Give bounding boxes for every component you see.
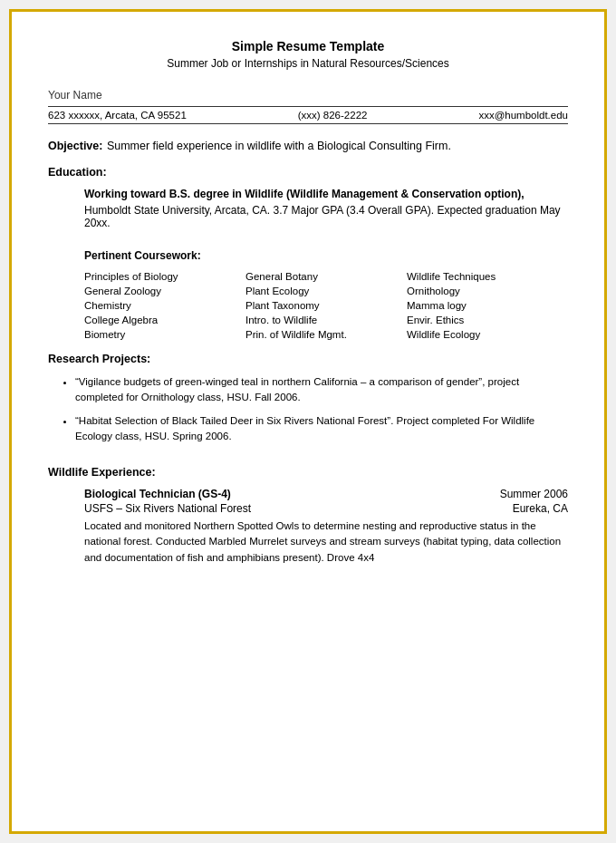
research-project: “Habitat Selection of Black Tailed Deer …	[75, 413, 568, 445]
job-title: Biological Technician (GS-4)	[84, 488, 231, 500]
contact-email: xxx@humboldt.edu	[478, 110, 568, 121]
coursework-item: Plant Taxonomy	[245, 300, 407, 311]
objective-text: Summer field experience in wildlife with…	[107, 140, 451, 152]
degree-detail: Humboldt State University, Arcata, CA. 3…	[84, 204, 568, 229]
job-location: Eureka, CA	[513, 502, 568, 515]
coursework-item: General Botany	[245, 271, 407, 282]
research-heading: Research Projects:	[48, 353, 568, 365]
job-entry: Biological Technician (GS-4) Summer 2006…	[84, 488, 568, 566]
research-project: “Vigilance budgets of green-winged teal …	[75, 374, 568, 406]
resume-subtitle: Summer Job or Internships in Natural Res…	[48, 57, 568, 70]
contact-row: 623 xxxxxx, Arcata, CA 95521 (xxx) 826-2…	[48, 106, 568, 124]
job-description: Located and monitored Northern Spotted O…	[84, 518, 568, 566]
degree-block: Working toward B.S. degree in Wildlife (…	[84, 188, 568, 229]
coursework-item: Envir. Ethics	[407, 315, 568, 325]
coursework-item: Wildlife Techniques	[407, 271, 568, 282]
coursework-item: Plant Ecology	[245, 286, 407, 296]
coursework-heading: Pertinent Coursework:	[84, 249, 568, 262]
job-block: Biological Technician (GS-4) Summer 2006…	[84, 488, 568, 566]
coursework-item: College Algebra	[84, 315, 245, 325]
coursework-item: Ornithology	[407, 286, 568, 296]
job-date: Summer 2006	[500, 488, 568, 500]
coursework-item: Wildlife Ecology	[407, 329, 568, 340]
coursework-item: Intro. to Wildlife	[245, 315, 407, 325]
name-label: Your Name	[48, 89, 102, 102]
research-section: Research Projects: “Vigilance budgets of…	[48, 353, 568, 444]
job-employer: USFS – Six Rivers National Forest	[84, 502, 251, 515]
objective-section: Objective: Summer field experience in wi…	[48, 137, 568, 153]
education-section: Education: Working toward B.S. degree in…	[48, 166, 568, 340]
coursework-item: General Zoology	[84, 286, 245, 296]
coursework-item: Biometry	[84, 329, 245, 340]
resume-page: Simple Resume Template Summer Job or Int…	[9, 9, 607, 834]
contact-phone: (xxx) 826-2222	[298, 110, 368, 121]
coursework-item: Chemistry	[84, 300, 245, 311]
objective-label: Objective:	[48, 140, 102, 152]
coursework-item: Mamma logy	[407, 300, 568, 311]
research-list: “Vigilance budgets of green-winged teal …	[75, 374, 568, 444]
degree-title: Working toward B.S. degree in Wildlife (…	[84, 188, 568, 200]
name-section: Your Name	[48, 86, 568, 102]
resume-title: Simple Resume Template	[48, 39, 568, 53]
header-section: Simple Resume Template Summer Job or Int…	[48, 39, 568, 70]
coursework-item: Prin. of Wildlife Mgmt.	[245, 329, 407, 340]
wildlife-heading: Wildlife Experience:	[48, 466, 568, 479]
wildlife-section: Wildlife Experience: Biological Technici…	[48, 466, 568, 566]
education-heading: Education:	[48, 166, 568, 179]
coursework-item: Principles of Biology	[84, 271, 245, 282]
coursework-grid: Principles of BiologyGeneral BotanyWildl…	[84, 271, 568, 340]
contact-address: 623 xxxxxx, Arcata, CA 95521	[48, 110, 187, 121]
